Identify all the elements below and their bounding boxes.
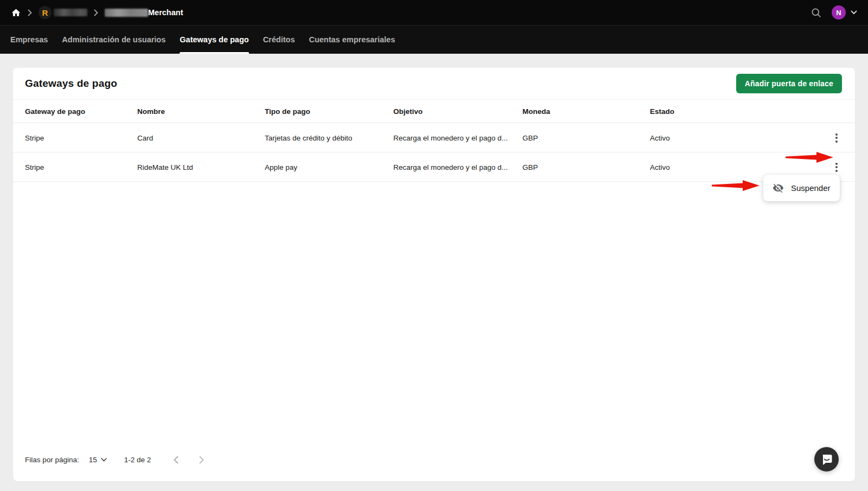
- gateways-table: Gateway de pago Nombre Tipo de pago Obje…: [13, 99, 855, 182]
- org-logo: R: [39, 6, 52, 19]
- col-gateway: Gateway de pago: [13, 100, 137, 123]
- rows-per-page-value: 15: [89, 456, 97, 464]
- context-menu-suspender[interactable]: Suspender: [763, 175, 840, 201]
- annotation-arrow-to-kebab: [786, 151, 833, 166]
- table-header-row: Gateway de pago Nombre Tipo de pago Obje…: [13, 100, 855, 123]
- cell-nombre: RideMate UK Ltd: [137, 152, 265, 182]
- search-icon[interactable]: [810, 7, 822, 18]
- gateways-card: Gateways de pago Añadir puerta de enlace…: [13, 68, 855, 481]
- tab-administracion-de-usuarios[interactable]: Administración de usuarios: [62, 25, 165, 54]
- user-menu[interactable]: N: [832, 5, 857, 20]
- redacted-org-name: [54, 9, 87, 16]
- col-moneda: Moneda: [522, 100, 650, 123]
- pagination-range: 1-2 de 2: [124, 456, 151, 464]
- topbar-actions: N: [810, 5, 857, 20]
- add-gateway-button[interactable]: Añadir puerta de enlace: [736, 74, 842, 93]
- cell-tipo: Apple pay: [265, 152, 393, 182]
- chevron-right-icon: [28, 9, 32, 16]
- next-page-icon[interactable]: [199, 456, 204, 464]
- eye-off-icon: [773, 182, 784, 194]
- pagination: Filas por página: 15 1-2 de 2: [25, 456, 204, 464]
- cell-objetivo: Recarga el monedero y el pago d...: [393, 123, 522, 152]
- chat-launcher-icon[interactable]: [814, 447, 839, 471]
- col-objetivo: Objetivo: [393, 100, 522, 123]
- card-header: Gateways de pago Añadir puerta de enlace: [13, 68, 855, 99]
- breadcrumb: R Merchant: [11, 6, 183, 19]
- tab-bar: Empresas Administración de usuarios Gate…: [0, 25, 868, 54]
- tab-empresas[interactable]: Empresas: [10, 25, 48, 54]
- page-title: Gateways de pago: [25, 78, 117, 90]
- redacted-merchant-name: [105, 9, 148, 17]
- annotation-arrow-to-menu: [712, 179, 760, 194]
- tab-cuentas-empresariales[interactable]: Cuentas empresariales: [309, 25, 395, 54]
- topbar: R Merchant N: [0, 0, 868, 25]
- cell-nombre: Card: [137, 123, 265, 152]
- chevron-right-icon: [94, 9, 98, 16]
- col-actions: [822, 100, 855, 123]
- col-tipo-de-pago: Tipo de pago: [265, 100, 393, 123]
- cell-tipo: Tarjetas de crédito y débito: [265, 123, 393, 152]
- suspend-menu-item-label: Suspender: [791, 183, 831, 193]
- row-kebab-menu-icon[interactable]: [830, 131, 843, 144]
- rows-per-page-label: Filas por página:: [25, 456, 79, 464]
- cell-moneda: GBP: [522, 123, 650, 152]
- home-icon[interactable]: [11, 8, 21, 18]
- col-estado: Estado: [650, 100, 822, 123]
- chevron-down-icon: [851, 10, 857, 15]
- breadcrumb-org[interactable]: R: [39, 6, 87, 19]
- cell-gateway: Stripe: [13, 123, 137, 152]
- cell-objetivo: Recarga el monedero y el pago d...: [393, 152, 522, 182]
- avatar: N: [832, 5, 846, 20]
- table-row: Stripe Card Tarjetas de crédito y débito…: [13, 123, 855, 152]
- cell-estado: Activo: [650, 123, 822, 152]
- previous-page-icon[interactable]: [174, 456, 178, 464]
- tab-gateways-de-pago[interactable]: Gateways de pago: [180, 25, 248, 54]
- cell-gateway: Stripe: [13, 152, 137, 182]
- tab-creditos[interactable]: Créditos: [263, 25, 295, 54]
- col-nombre: Nombre: [137, 100, 265, 123]
- rows-per-page-select[interactable]: 15: [89, 456, 107, 464]
- cell-moneda: GBP: [522, 152, 650, 182]
- breadcrumb-merchant[interactable]: Merchant: [105, 8, 183, 17]
- table-row: Stripe RideMate UK Ltd Apple pay Recarga…: [13, 152, 855, 182]
- merchant-label: Merchant: [148, 8, 183, 17]
- chevron-down-icon: [101, 458, 107, 462]
